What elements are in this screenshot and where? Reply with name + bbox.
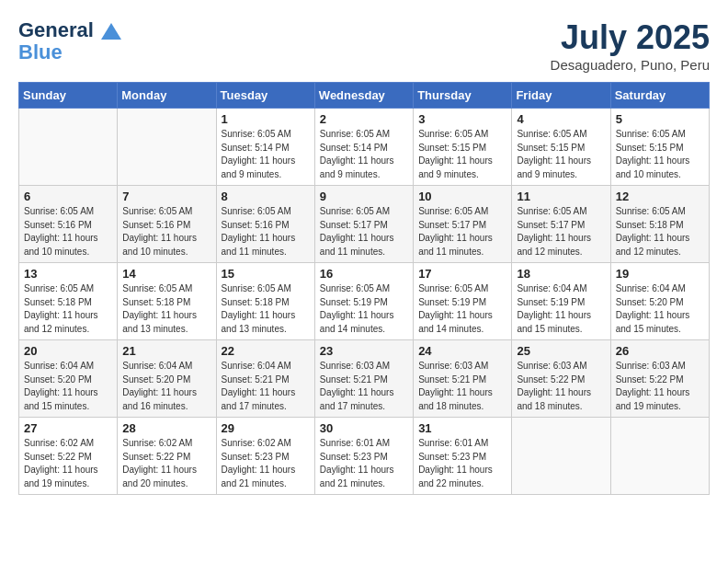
calendar-cell: 4Sunrise: 6:05 AM Sunset: 5:15 PM Daylig… xyxy=(512,109,610,186)
day-number: 8 xyxy=(222,190,310,203)
calendar-week-row: 27Sunrise: 6:02 AM Sunset: 5:22 PM Dayli… xyxy=(19,418,710,495)
calendar-cell: 13Sunrise: 6:05 AM Sunset: 5:18 PM Dayli… xyxy=(19,263,118,340)
weekday-header: Saturday xyxy=(610,83,709,109)
day-info: Sunrise: 6:05 AM Sunset: 5:15 PM Dayligh… xyxy=(418,128,506,181)
calendar-cell: 11Sunrise: 6:05 AM Sunset: 5:17 PM Dayli… xyxy=(512,186,610,263)
calendar-cell: 31Sunrise: 6:01 AM Sunset: 5:23 PM Dayli… xyxy=(414,418,512,495)
svg-marker-0 xyxy=(101,23,121,40)
calendar-cell: 6Sunrise: 6:05 AM Sunset: 5:16 PM Daylig… xyxy=(19,186,118,263)
day-info: Sunrise: 6:05 AM Sunset: 5:15 PM Dayligh… xyxy=(517,128,605,181)
day-number: 20 xyxy=(24,344,112,358)
day-number: 25 xyxy=(517,344,605,358)
day-number: 2 xyxy=(320,112,408,126)
day-info: Sunrise: 6:05 AM Sunset: 5:15 PM Dayligh… xyxy=(616,128,704,181)
calendar-cell: 8Sunrise: 6:05 AM Sunset: 5:16 PM Daylig… xyxy=(216,186,314,263)
day-info: Sunrise: 6:05 AM Sunset: 5:19 PM Dayligh… xyxy=(320,282,408,336)
calendar-cell: 29Sunrise: 6:02 AM Sunset: 5:23 PM Dayli… xyxy=(216,418,314,495)
day-number: 12 xyxy=(616,190,704,203)
day-number: 18 xyxy=(517,267,605,281)
day-info: Sunrise: 6:05 AM Sunset: 5:17 PM Dayligh… xyxy=(418,205,506,259)
calendar-table: SundayMondayTuesdayWednesdayThursdayFrid… xyxy=(18,82,710,495)
calendar-cell: 7Sunrise: 6:05 AM Sunset: 5:16 PM Daylig… xyxy=(118,186,216,263)
day-info: Sunrise: 6:05 AM Sunset: 5:18 PM Dayligh… xyxy=(122,282,210,336)
calendar-cell: 12Sunrise: 6:05 AM Sunset: 5:18 PM Dayli… xyxy=(610,186,709,263)
calendar-cell: 19Sunrise: 6:04 AM Sunset: 5:20 PM Dayli… xyxy=(610,263,709,340)
weekday-header: Sunday xyxy=(19,83,118,109)
day-number: 22 xyxy=(222,344,310,358)
day-info: Sunrise: 6:05 AM Sunset: 5:16 PM Dayligh… xyxy=(222,205,310,259)
day-number: 13 xyxy=(24,267,112,281)
calendar-cell: 23Sunrise: 6:03 AM Sunset: 5:21 PM Dayli… xyxy=(314,340,413,418)
day-info: Sunrise: 6:05 AM Sunset: 5:14 PM Dayligh… xyxy=(320,128,408,181)
weekday-header: Wednesday xyxy=(314,83,413,109)
day-number: 23 xyxy=(320,344,408,358)
day-number: 9 xyxy=(320,190,408,203)
day-info: Sunrise: 6:02 AM Sunset: 5:22 PM Dayligh… xyxy=(122,437,210,490)
calendar-week-row: 1Sunrise: 6:05 AM Sunset: 5:14 PM Daylig… xyxy=(19,109,710,186)
day-number: 28 xyxy=(122,421,210,435)
logo-text: General xyxy=(18,18,121,42)
day-number: 6 xyxy=(24,190,112,203)
day-info: Sunrise: 6:04 AM Sunset: 5:20 PM Dayligh… xyxy=(616,282,704,336)
calendar-week-row: 20Sunrise: 6:04 AM Sunset: 5:20 PM Dayli… xyxy=(19,340,710,418)
calendar-cell: 30Sunrise: 6:01 AM Sunset: 5:23 PM Dayli… xyxy=(314,418,413,495)
day-number: 16 xyxy=(320,267,408,281)
day-info: Sunrise: 6:05 AM Sunset: 5:17 PM Dayligh… xyxy=(517,205,605,259)
day-info: Sunrise: 6:04 AM Sunset: 5:21 PM Dayligh… xyxy=(222,360,310,413)
day-info: Sunrise: 6:05 AM Sunset: 5:19 PM Dayligh… xyxy=(418,282,506,336)
calendar-cell: 1Sunrise: 6:05 AM Sunset: 5:14 PM Daylig… xyxy=(216,109,314,186)
day-info: Sunrise: 6:03 AM Sunset: 5:22 PM Dayligh… xyxy=(517,360,605,413)
day-number: 4 xyxy=(517,112,605,126)
calendar-cell: 18Sunrise: 6:04 AM Sunset: 5:19 PM Dayli… xyxy=(512,263,610,340)
calendar-cell: 22Sunrise: 6:04 AM Sunset: 5:21 PM Dayli… xyxy=(216,340,314,418)
calendar-cell: 17Sunrise: 6:05 AM Sunset: 5:19 PM Dayli… xyxy=(414,263,512,340)
calendar-cell: 25Sunrise: 6:03 AM Sunset: 5:22 PM Dayli… xyxy=(512,340,610,418)
day-number: 3 xyxy=(418,112,506,126)
calendar-week-row: 13Sunrise: 6:05 AM Sunset: 5:18 PM Dayli… xyxy=(19,263,710,340)
day-number: 14 xyxy=(122,267,210,281)
day-number: 30 xyxy=(320,421,408,435)
calendar-cell: 14Sunrise: 6:05 AM Sunset: 5:18 PM Dayli… xyxy=(118,263,216,340)
day-number: 7 xyxy=(122,190,210,203)
location-subtitle: Desaguadero, Puno, Peru xyxy=(551,57,710,73)
calendar-cell xyxy=(118,109,216,186)
calendar-cell: 2Sunrise: 6:05 AM Sunset: 5:14 PM Daylig… xyxy=(314,109,413,186)
weekday-header: Monday xyxy=(118,83,216,109)
day-info: Sunrise: 6:05 AM Sunset: 5:17 PM Dayligh… xyxy=(320,205,408,259)
calendar-cell: 3Sunrise: 6:05 AM Sunset: 5:15 PM Daylig… xyxy=(414,109,512,186)
day-number: 10 xyxy=(418,190,506,203)
logo-icon xyxy=(101,23,121,40)
day-number: 5 xyxy=(616,112,704,126)
day-info: Sunrise: 6:03 AM Sunset: 5:22 PM Dayligh… xyxy=(616,360,704,413)
day-info: Sunrise: 6:04 AM Sunset: 5:19 PM Dayligh… xyxy=(517,282,605,336)
calendar-cell: 15Sunrise: 6:05 AM Sunset: 5:18 PM Dayli… xyxy=(216,263,314,340)
day-info: Sunrise: 6:03 AM Sunset: 5:21 PM Dayligh… xyxy=(418,360,506,413)
calendar-cell: 24Sunrise: 6:03 AM Sunset: 5:21 PM Dayli… xyxy=(414,340,512,418)
title-block: July 2025 Desaguadero, Puno, Peru xyxy=(551,18,710,73)
day-number: 24 xyxy=(418,344,506,358)
calendar-week-row: 6Sunrise: 6:05 AM Sunset: 5:16 PM Daylig… xyxy=(19,186,710,263)
weekday-header-row: SundayMondayTuesdayWednesdayThursdayFrid… xyxy=(19,83,710,109)
day-info: Sunrise: 6:02 AM Sunset: 5:23 PM Dayligh… xyxy=(222,437,310,490)
day-number: 27 xyxy=(24,421,112,435)
day-info: Sunrise: 6:05 AM Sunset: 5:18 PM Dayligh… xyxy=(24,282,112,336)
calendar-cell: 10Sunrise: 6:05 AM Sunset: 5:17 PM Dayli… xyxy=(414,186,512,263)
calendar-cell: 28Sunrise: 6:02 AM Sunset: 5:22 PM Dayli… xyxy=(118,418,216,495)
calendar-cell xyxy=(19,109,118,186)
calendar-cell: 26Sunrise: 6:03 AM Sunset: 5:22 PM Dayli… xyxy=(610,340,709,418)
day-info: Sunrise: 6:01 AM Sunset: 5:23 PM Dayligh… xyxy=(418,437,506,490)
page-header: General Blue July 2025 Desaguadero, Puno… xyxy=(18,18,710,73)
calendar-cell: 21Sunrise: 6:04 AM Sunset: 5:20 PM Dayli… xyxy=(118,340,216,418)
day-number: 29 xyxy=(222,421,310,435)
calendar-cell: 5Sunrise: 6:05 AM Sunset: 5:15 PM Daylig… xyxy=(610,109,709,186)
day-info: Sunrise: 6:03 AM Sunset: 5:21 PM Dayligh… xyxy=(320,360,408,413)
day-number: 21 xyxy=(122,344,210,358)
day-number: 11 xyxy=(517,190,605,203)
calendar-cell: 27Sunrise: 6:02 AM Sunset: 5:22 PM Dayli… xyxy=(19,418,118,495)
logo: General Blue xyxy=(18,18,121,65)
calendar-cell: 16Sunrise: 6:05 AM Sunset: 5:19 PM Dayli… xyxy=(314,263,413,340)
day-number: 17 xyxy=(418,267,506,281)
day-info: Sunrise: 6:05 AM Sunset: 5:16 PM Dayligh… xyxy=(122,205,210,259)
day-info: Sunrise: 6:04 AM Sunset: 5:20 PM Dayligh… xyxy=(122,360,210,413)
month-title: July 2025 xyxy=(551,18,710,57)
